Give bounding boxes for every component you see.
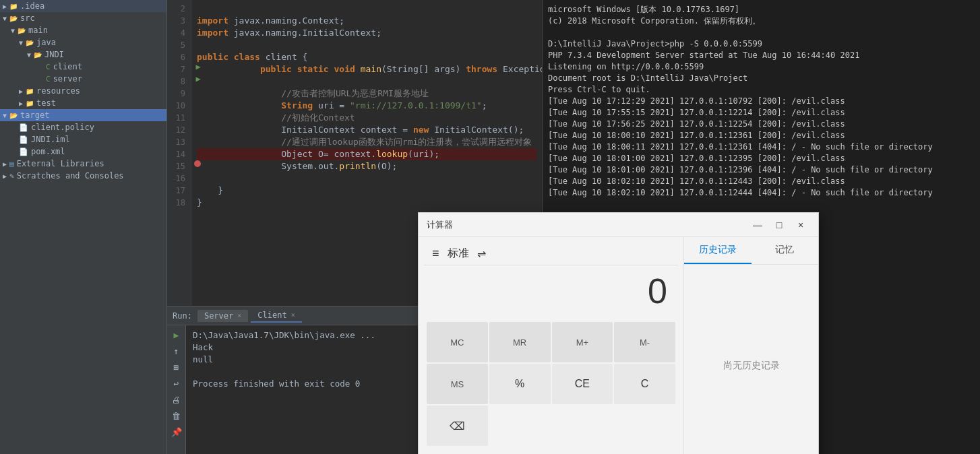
pin-button[interactable]: 📌 [170, 425, 183, 439]
minimize-button[interactable]: — [748, 217, 767, 233]
terminal-line: Press Ctrl-C to quit. [548, 84, 975, 96]
terminal-line: [Tue Aug 10 18:02:10 2021] 127.0.0.1:124… [548, 187, 975, 199]
delete-button[interactable]: 🗑 [170, 409, 183, 422]
terminal-line: [Tue Aug 10 17:56:25 2021] 127.0.0.1:122… [548, 119, 975, 130]
java-class-icon: C [46, 75, 51, 84]
sidebar-item-jndi-iml[interactable]: 📄 JNDI.iml [0, 133, 166, 145]
sidebar-label-resources: resources [36, 86, 80, 96]
terminal-line: D:\IntelliJ Java\Project>php -S 0.0.0.0:… [548, 38, 975, 50]
calculator-mode: 标准 [448, 247, 469, 261]
sidebar-item-client[interactable]: C client [0, 61, 166, 73]
expand-icon: ▼ [19, 39, 23, 46]
sidebar-label-test: test [36, 98, 56, 108]
folder-icon: 📁 [26, 88, 34, 95]
sidebar-item-jndi[interactable]: ▼ 📂 JNDI [0, 48, 166, 61]
tab-memory[interactable]: 记忆 [752, 237, 819, 264]
mr-button[interactable]: MR [489, 322, 551, 362]
mplus-button[interactable]: M+ [552, 322, 613, 362]
calculator-buttons: MC MR M+ M-MS % CE C ⌫ [424, 322, 678, 446]
run-label: Run: [173, 311, 192, 321]
ms-button[interactable]: MS [427, 364, 488, 404]
sidebar-label-server: server [53, 74, 82, 84]
xml-icon: 📄 [19, 148, 28, 156]
library-icon: ▤ [9, 160, 14, 168]
calculator-tabs: 历史记录 记忆 [684, 237, 818, 265]
code-line-5 [197, 39, 537, 51]
calculator: 计算器 — □ × ≡ 标准 ⇌ 0 MC MR M+ M-MS % [418, 212, 819, 454]
expand-icon: ▼ [11, 27, 15, 34]
tab-history[interactable]: 历史记录 [684, 237, 752, 264]
tab-server[interactable]: Server × [197, 310, 248, 322]
mminus-button[interactable]: M- [614, 322, 675, 362]
sidebar-label-jndi: JNDI [44, 50, 64, 59]
scroll-up-button[interactable]: ↑ [170, 344, 183, 358]
calculator-titlebar: 计算器 — □ × [419, 213, 818, 237]
close-client-tab[interactable]: × [291, 311, 295, 319]
run-arrow-line6: ▶ [191, 61, 205, 73]
calculator-main: ≡ 标准 ⇌ 0 MC MR M+ M-MS % CE C ⌫ [419, 237, 683, 454]
mc-button[interactable]: MC [427, 322, 488, 362]
sidebar-item-extlibs[interactable]: ▶ ▤ External Libraries [0, 158, 166, 170]
sidebar-item-java[interactable]: ▼ 📂 java [0, 36, 166, 48]
folder-icon: 📂 [18, 27, 26, 34]
sidebar-item-main[interactable]: ▼ 📂 main [0, 24, 166, 36]
code-line-15: System.out.println(O); [197, 160, 537, 172]
ce-button[interactable]: CE [552, 364, 613, 404]
collapse-icon: ▶ [3, 172, 7, 180]
terminal-line: [Tue Aug 10 18:01:00 2021] 127.0.0.1:123… [548, 153, 975, 164]
calculator-display: 0 [424, 265, 678, 322]
sidebar-item-scratches[interactable]: ▶ ✎ Scratches and Consoles [0, 170, 166, 182]
terminal-line: [Tue Aug 10 18:01:00 2021] 127.0.0.1:123… [548, 164, 975, 176]
sidebar-label-java: java [36, 38, 56, 47]
java-class-icon: C [46, 63, 51, 71]
code-line-3: import javax.naming.Context; [197, 15, 537, 27]
terminal-line: (c) 2018 Microsoft Corporation. 保留所有权利。 [548, 15, 975, 27]
folder-icon: 📂 [26, 39, 34, 46]
folder-icon: 📁 [26, 100, 34, 107]
sidebar-item-src[interactable]: ▼ 📂 src [0, 12, 166, 24]
line-numbers: 2 3 4 5 6 7 8 9 10 11 12 13 14 15 16 17 … [167, 0, 191, 306]
sidebar-label-jndi-iml: JNDI.iml [31, 135, 70, 144]
sidebar-label-extlibs: External Libraries [17, 159, 104, 168]
terminal-line: [Tue Aug 10 18:02:10 2021] 127.0.0.1:124… [548, 176, 975, 187]
sidebar-item-idea[interactable]: ▶ 📁 .idea [0, 0, 166, 12]
code-line-18: } [197, 197, 537, 209]
code-line-4: import javax.naming.InitialContext; [197, 27, 537, 39]
hamburger-icon[interactable]: ≡ [432, 247, 439, 261]
sidebar-item-resources[interactable]: ▶ 📁 resources [0, 85, 166, 97]
wrap-button[interactable]: ↩ [170, 377, 183, 390]
terminal-line: [Tue Aug 10 17:55:15 2021] 127.0.0.1:122… [548, 107, 975, 119]
file-icon: 📄 [19, 123, 28, 132]
calculator-body: ≡ 标准 ⇌ 0 MC MR M+ M-MS % CE C ⌫ 历史记录 [419, 237, 818, 454]
sidebar-label-client: client [53, 62, 82, 71]
collapse-icon: ▶ [3, 3, 7, 10]
print-button[interactable]: 🖨 [170, 393, 183, 406]
sidebar-item-server[interactable]: C server [0, 73, 166, 85]
sidebar-item-clientpolicy[interactable]: 📄 client.policy [0, 121, 166, 133]
window-controls: — □ × [748, 217, 810, 233]
terminal-output: microsoft Windows [版本 10.0.17763.1697](c… [548, 4, 975, 199]
convert-icon[interactable]: ⇌ [477, 247, 486, 260]
run-button[interactable]: ▶ [170, 328, 183, 342]
terminal-line: Listening on http://0.0.0.0:5599 [548, 61, 975, 73]
c-button[interactable]: C [614, 364, 675, 404]
run-toolbar: ▶ ↑ ⊞ ↩ 🖨 🗑 📌 [167, 325, 186, 454]
sidebar-label-idea: .idea [20, 1, 44, 11]
code-line-7: public static void main(String[] args) t… [197, 63, 537, 75]
sidebar-item-pomxml[interactable]: 📄 pom.xml [0, 145, 166, 158]
backspace-button[interactable]: ⌫ [427, 406, 488, 446]
sidebar-label-main: main [28, 26, 48, 35]
folder-icon: 📁 [9, 3, 18, 10]
percent-button[interactable]: % [489, 364, 551, 404]
step-button[interactable]: ⊞ [170, 360, 183, 374]
close-server-tab[interactable]: × [237, 312, 241, 319]
sidebar-label-src: src [20, 13, 35, 23]
maximize-button[interactable]: □ [770, 217, 789, 233]
code-line-2 [197, 3, 537, 15]
close-button[interactable]: × [791, 217, 810, 233]
sidebar-item-test[interactable]: ▶ 📁 test [0, 97, 166, 109]
folder-icon: 📂 [34, 51, 42, 59]
tab-client[interactable]: Client × [251, 309, 301, 323]
calculator-title: 计算器 [427, 219, 453, 231]
sidebar-item-target[interactable]: ▼ 📂 target [0, 109, 166, 121]
